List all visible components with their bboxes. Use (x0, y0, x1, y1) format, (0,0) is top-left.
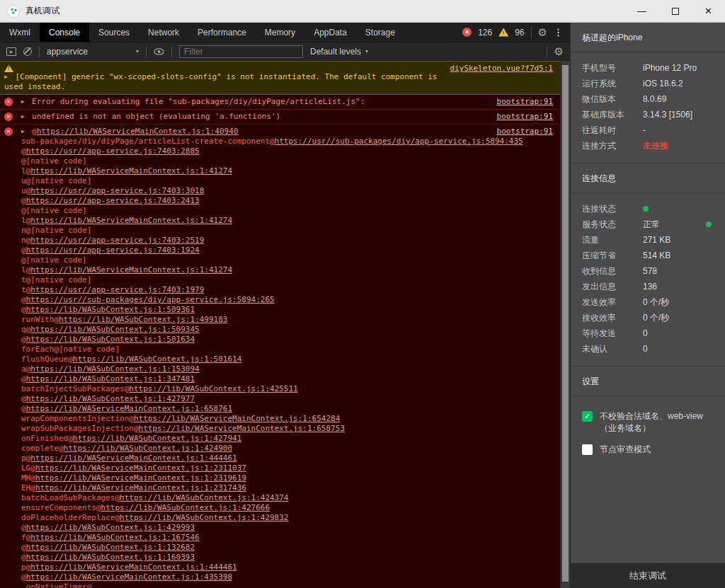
stack-frame: @https://lib/WAServiceMainContext.js:1:4… (4, 572, 553, 582)
clear-console-icon[interactable] (23, 47, 32, 56)
stack-frame-link[interactable]: https://lib/WASubContext.js:1:167546 (30, 533, 199, 542)
maximize-button[interactable] (658, 0, 692, 22)
log-levels-selector[interactable]: Default levels ▾ (310, 47, 368, 57)
stack-frame: f@https://lib/WASubContext.js:1:167546 (4, 533, 553, 543)
stack-frame-link[interactable]: https://lib/WAServiceMainContext.js:1:44… (30, 454, 236, 463)
stack-frame-link[interactable]: https://lib/WAServiceMainContext.js:1:65… (139, 424, 345, 433)
stack-frame-link[interactable]: https://lib/WAServiceMainContext.js:1:23… (35, 463, 246, 473)
window-titlebar: 真机调试 — ✕ (0, 0, 725, 23)
info-label: 压缩节省 (582, 248, 643, 263)
devtools-tab[interactable]: Console (40, 23, 89, 42)
stack-frame-link[interactable]: https://lib/WAServiceMainContext.js:1:41… (30, 216, 232, 225)
devtools-tab[interactable]: Network (139, 23, 188, 42)
stack-frame-link[interactable]: https://usr//app-service.js:7403:1979 (30, 285, 204, 294)
expand-arrow-icon[interactable]: ▶ (21, 97, 25, 107)
console-error-stack-row[interactable]: bootstrap:91 ✕ ▶ @https://lib/WAServiceM… (0, 125, 570, 588)
stack-frame-fn: _onNativeTimer@ (21, 582, 91, 588)
stack-frame-link[interactable]: https://lib/WASubContext.js:1:499183 (59, 315, 227, 324)
stack-frame-link[interactable]: https://usr//app-service.js:7403:2519 (30, 236, 204, 245)
stack-frame-link[interactable]: https://lib/WASubContext.js:1:427941 (73, 434, 241, 443)
stack-frame-link[interactable]: https://lib/WASubContext.js:1:501614 (73, 354, 241, 364)
end-debug-button[interactable]: 结束调试 (571, 563, 725, 588)
expand-arrow-icon[interactable]: ▶ (21, 112, 25, 122)
stack-frame-link[interactable]: https://lib/WAServiceMainContext.js:1:40… (37, 127, 239, 136)
warning-count-icon[interactable]: ! (498, 28, 508, 37)
execution-context-selector[interactable]: appservice ▾ (47, 47, 139, 57)
stack-frame-link[interactable]: https://lib/WASubContext.js:1:424900 (64, 444, 232, 453)
stack-frame-fn: l@ (21, 265, 30, 275)
stack-frame-link[interactable]: https://lib/WAServiceMainContext.js:1:23… (35, 483, 246, 492)
stack-frame: @[native code] (4, 255, 553, 265)
info-value: 0 个/秒 (643, 294, 669, 310)
expand-arrow-icon[interactable]: ▶ (4, 72, 8, 82)
info-label: 往返耗时 (582, 122, 643, 138)
stack-frame-link[interactable]: https://lib/WAServiceMainContext.js:1:41… (30, 166, 232, 175)
stack-frame-link[interactable]: https://lib/WAServiceMainContext.js:1:43… (26, 572, 232, 582)
close-button[interactable]: ✕ (692, 0, 725, 22)
console-settings-gear-icon[interactable]: ⚙ (554, 46, 564, 57)
stack-frame-link[interactable]: https://lib/WASubContext.js:1:132682 (26, 543, 195, 552)
console-error-row[interactable]: bootstrap:91 ✕ ▶ undefined is not an obj… (0, 110, 570, 125)
stack-frame-link[interactable]: https://lib/WAServiceMainContext.js:1:41… (30, 265, 232, 275)
stack-frame: runWith@https://lib/WASubContext.js:1:49… (4, 315, 553, 325)
stack-frame-link[interactable]: https://lib/WASubContext.js:1:347481 (26, 374, 195, 384)
info-label: 微信版本 (582, 91, 643, 107)
checkbox[interactable]: ✓ (582, 411, 593, 422)
stack-frame-link[interactable]: https://lib/WASubContext.js:1:429832 (120, 513, 288, 522)
stack-frame-link[interactable]: https://lib/WASubContext.js:1:424374 (120, 493, 288, 502)
settings-option: ✓ 节点审查模式 (582, 444, 714, 456)
source-location-link[interactable]: diySkeleton.vue?f7d5:1 (450, 64, 553, 74)
close-icon: ✕ (704, 6, 712, 16)
stack-frame-link[interactable]: https://usr//sub-packages/diy/app-servic… (26, 295, 275, 304)
stack-frame-link[interactable]: https://usr//sub-packages/diy/app-servic… (275, 137, 523, 146)
stack-frame-link[interactable]: https://lib/WASubContext.js:1:427666 (101, 503, 270, 512)
stack-frame-link[interactable]: https://lib/WASubContext.js:1:425511 (129, 384, 297, 393)
more-menu-icon[interactable]: ⋮ (554, 27, 563, 38)
console-sidebar-toggle-icon[interactable]: ▶ (6, 47, 16, 56)
error-count-icon[interactable]: ✕ (462, 28, 472, 37)
stack-frame-link[interactable]: https://usr//app-service.js:7403:3018 (30, 186, 204, 195)
stack-frame-link[interactable]: https://lib/WASubContext.js:1:501634 (26, 335, 195, 344)
info-label: 基础库版本 (582, 107, 643, 122)
live-expression-eye-icon[interactable] (154, 48, 164, 55)
checkbox[interactable]: ✓ (582, 444, 593, 455)
stack-frame-link[interactable]: https://usr//app-service.js:7403:2413 (26, 196, 200, 205)
stack-frame-link[interactable]: https://lib/WASubContext.js:1:429993 (26, 523, 195, 532)
devtools-settings-gear-icon[interactable]: ⚙ (538, 27, 547, 38)
filter-input[interactable] (179, 45, 303, 58)
stack-frame-link[interactable]: https://lib/WASubContext.js:1:509361 (26, 305, 195, 314)
stack-frame-link[interactable]: https://usr//app-service.js:7403:2885 (26, 146, 200, 156)
devtools-tab[interactable]: AppData (304, 23, 356, 42)
chevron-down-icon: ▾ (365, 48, 368, 54)
source-location-link[interactable]: bootstrap:91 (497, 127, 553, 137)
devtools-tab[interactable]: Memory (256, 23, 304, 42)
stack-frame-link[interactable]: https://lib/WAServiceMainContext.js:1:44… (30, 563, 236, 572)
stack-frame-link[interactable]: https://lib/WASubContext.js:1:509345 (30, 325, 199, 334)
stack-frame-link[interactable]: https://lib/WAServiceMainContext.js:1:23… (35, 473, 246, 483)
devtools-tab[interactable]: Wxml (0, 23, 40, 42)
console-scrollbar[interactable] (560, 61, 570, 588)
minimize-button[interactable]: — (625, 0, 658, 22)
console-error-row[interactable]: bootstrap:91 ✕ ▶ Error during evaluating… (0, 95, 570, 110)
stack-frame: batchInjectSubPackages@https://lib/WASub… (4, 384, 553, 394)
error-count: 126 (478, 28, 492, 38)
source-location-link[interactable]: bootstrap:91 (497, 112, 553, 122)
stack-frame-link[interactable]: https://lib/WASubContext.js:1:160393 (26, 553, 195, 562)
stack-frame-link[interactable]: https://usr//app-service.js:7403:1924 (26, 246, 200, 255)
expand-arrow-icon[interactable]: ▶ (21, 127, 25, 137)
source-location-link[interactable]: bootstrap:91 (497, 97, 553, 107)
devtools-tab[interactable]: Sources (89, 23, 139, 42)
console-warning-row[interactable]: diySkeleton.vue?f7d5:1 ! ▶ [Component] g… (0, 61, 570, 95)
info-value: 正常 (643, 217, 660, 232)
stack-frame-link[interactable]: https://lib/WASubContext.js:1:153094 (30, 364, 199, 374)
stack-frame: batchLoadSubPackages@https://lib/WASubCo… (4, 493, 553, 503)
info-label: 服务状态 (582, 217, 643, 232)
devtools-tab[interactable]: Storage (356, 23, 404, 42)
devtools-tab[interactable]: Performance (188, 23, 256, 42)
console-scrollbar-thumb[interactable] (562, 65, 569, 582)
stack-frame: @https://lib/WASubContext.js:1:429993 (4, 523, 553, 533)
stack-frame-link[interactable]: https://lib/WAServiceMainContext.js:1:65… (134, 414, 340, 423)
stack-frame-link[interactable]: https://lib/WAServiceMainContext.js:1:65… (26, 404, 232, 413)
stack-frame-link[interactable]: https://lib/WASubContext.js:1:427977 (26, 394, 195, 403)
stack-frame: sub-packages/diy/diyPage/articleList-cre… (4, 137, 553, 146)
